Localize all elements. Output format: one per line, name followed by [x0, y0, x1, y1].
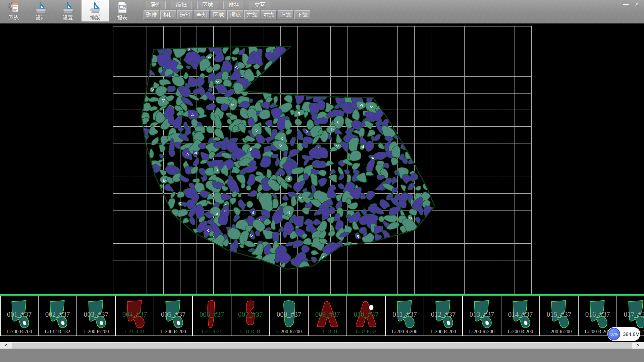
- piece-id-label: 004_#37: [116, 310, 154, 319]
- memory-value: 384.8M: [623, 331, 640, 337]
- piece-lr-label: L:31 R:31: [116, 329, 154, 335]
- tool-button-snap-top[interactable]: 上靠: [278, 10, 293, 20]
- app-tab-icon-layout: [89, 1, 102, 14]
- app-tab-label: 设计: [36, 15, 46, 21]
- status-bar: [0, 349, 644, 362]
- piece-id-label: 008_#37: [270, 310, 308, 319]
- pieces-strip: 001_#37 L:700 R:700 002_#37 L:132 R:132 …: [0, 294, 644, 336]
- piece-cell-014[interactable]: 014_#37 L:200 R:200: [501, 296, 540, 336]
- window-button-minimize[interactable]: —: [621, 1, 631, 8]
- app-window: 系统 设计 设置 排版 报表: [0, 0, 644, 362]
- piece-cell-004[interactable]: 004_#37 L:31 R:31: [116, 296, 154, 336]
- piece-id-label: 012_#37: [424, 310, 462, 319]
- menu-item-properties[interactable]: 属性: [145, 1, 166, 9]
- piece-id-label: 011_#37: [386, 310, 424, 319]
- piece-cell-008[interactable]: 008_#37 L:200 R:200: [270, 296, 309, 336]
- nesting-canvas[interactable]: [0, 23, 644, 294]
- menu-item-region[interactable]: 区域: [197, 1, 218, 9]
- app-tab-system[interactable]: 系统: [0, 0, 27, 21]
- app-tab-icon-system: [7, 1, 20, 14]
- piece-lr-label: L:700 R:700: [1, 329, 38, 335]
- piece-id-label: 006_#37: [193, 310, 231, 319]
- piece-lr-label: L:200 R:200: [540, 329, 578, 335]
- piece-cell-002[interactable]: 002_#37 L:132 R:132: [39, 296, 77, 336]
- piece-lr-label: L:200 R:200: [154, 329, 192, 335]
- piece-id-label: 010_#37: [347, 310, 385, 319]
- app-tab-report[interactable]: 报表: [109, 0, 136, 21]
- piece-lr-label: L:200 R:200: [463, 329, 501, 335]
- piece-cell-010[interactable]: 010_#37 L:33 R:33: [347, 296, 386, 336]
- menu-item-nesting[interactable]: 排料: [223, 1, 244, 9]
- app-tab-bar: 系统 设计 设置 排版 报表: [0, 0, 136, 21]
- menu-bar: 属性 编辑 区域 排料 交互: [145, 1, 276, 9]
- piece-cell-005[interactable]: 005_#37 L:200 R:200: [154, 296, 193, 336]
- piece-id-label: 005_#37: [154, 310, 192, 319]
- piece-id-label: 009_#37: [309, 310, 346, 319]
- piece-cell-007[interactable]: 007_#37 L:31 R:31: [231, 296, 270, 336]
- window-button-close[interactable]: ✕: [631, 1, 642, 8]
- scroll-left-icon[interactable]: <: [0, 343, 12, 349]
- tool-button-defect[interactable]: 瑕疵: [227, 10, 243, 20]
- app-tab-layout[interactable]: 排版: [82, 0, 109, 21]
- piece-cell-003[interactable]: 003_#37 L:200 R:200: [77, 296, 116, 336]
- piece-lr-label: L:31 R:31: [231, 329, 269, 335]
- piece-cell-015[interactable]: 015_#37 L:200 R:200: [540, 296, 579, 336]
- tool-button-snap-bottom[interactable]: 下靠: [294, 10, 310, 20]
- piece-id-label: 013_#37: [463, 310, 501, 319]
- tool-button-camera[interactable]: 相机: [160, 10, 176, 20]
- piece-id-label: 007_#37: [231, 310, 269, 319]
- piece-id-label: 016_#37: [579, 310, 616, 319]
- window-controls: — ✕: [621, 1, 642, 8]
- app-tab-label: 报表: [117, 15, 127, 21]
- tool-button-cut-all[interactable]: 全割: [194, 10, 210, 20]
- piece-cell-001[interactable]: 001_#37 L:700 R:700: [0, 296, 39, 336]
- piece-id-label: 003_#37: [77, 310, 115, 319]
- app-tab-icon-design: [35, 1, 47, 14]
- piece-lr-label: L:132 R:132: [39, 329, 76, 335]
- piece-cell-012[interactable]: 012_#37 L:200 R:200: [424, 296, 463, 336]
- memory-badge: 38% 384.8M: [607, 327, 640, 341]
- tool-bar: 聚排 相机 选割 全割 区域 瑕疵 左靠 右靠 上靠 下靠: [144, 10, 311, 20]
- app-tab-design[interactable]: 设计: [27, 0, 54, 21]
- menu-item-edit[interactable]: 编辑: [171, 1, 192, 9]
- top-toolbar: 系统 设计 设置 排版 报表: [0, 0, 644, 23]
- app-tab-icon-report: [116, 1, 129, 14]
- tool-button-zone[interactable]: 区域: [211, 10, 226, 20]
- piece-id-label: 002_#37: [39, 310, 76, 319]
- tool-button-cluster-nest[interactable]: 聚排: [144, 10, 159, 20]
- piece-lr-label: L:200 R:200: [77, 329, 115, 335]
- tool-button-snap-left[interactable]: 左靠: [244, 10, 260, 20]
- tool-button-snap-right[interactable]: 右靠: [261, 10, 277, 20]
- piece-id-label: 001_#37: [1, 310, 38, 319]
- piece-lr-label: L:33 R:33: [347, 329, 385, 335]
- piece-cell-011[interactable]: 011_#37 L:200 R:200: [386, 296, 424, 336]
- piece-id-label: 017_#37: [617, 310, 644, 319]
- piece-lr-label: L:21 R:21: [193, 329, 231, 335]
- piece-id-label: 014_#37: [501, 310, 539, 319]
- piece-lr-label: L:200 R:200: [501, 329, 539, 335]
- piece-lr-label: L:200 R:200: [270, 329, 308, 335]
- horizontal-scrollbar[interactable]: < >: [0, 343, 644, 349]
- piece-cell-009[interactable]: 009_#37 L:32 R:31: [309, 296, 347, 336]
- piece-lr-label: L:200 R:200: [424, 329, 462, 335]
- app-tab-label: 系统: [9, 15, 19, 21]
- piece-lr-label: L:32 R:31: [309, 329, 346, 335]
- tool-button-select-cut[interactable]: 选割: [177, 10, 193, 20]
- piece-id-label: 015_#37: [540, 310, 578, 319]
- app-tab-settings[interactable]: 设置: [54, 0, 82, 21]
- menu-item-interact[interactable]: 交互: [250, 1, 270, 9]
- piece-lr-label: L:200 R:200: [386, 329, 424, 335]
- app-tab-icon-settings: [62, 1, 74, 14]
- piece-cell-006[interactable]: 006_#37 L:21 R:21: [193, 296, 231, 336]
- progress-circle: 38%: [608, 328, 620, 340]
- piece-cell-013[interactable]: 013_#37 L:200 R:200: [463, 296, 501, 336]
- app-tab-label: 设置: [63, 15, 73, 21]
- app-tab-label: 排版: [90, 15, 100, 21]
- scroll-right-icon[interactable]: >: [632, 343, 644, 349]
